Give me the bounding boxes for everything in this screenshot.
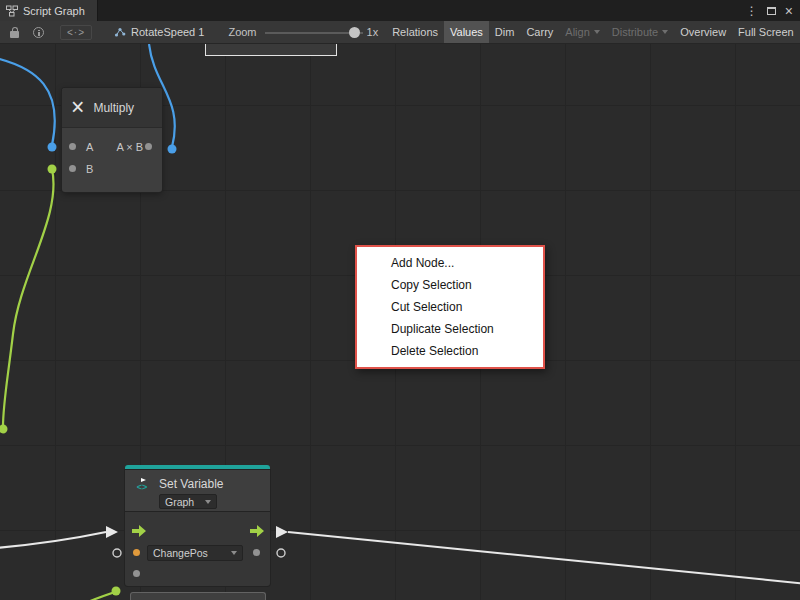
node-title: Set Variable (159, 477, 223, 491)
value-output-port[interactable] (253, 549, 260, 556)
wire-endpoint-blue[interactable] (48, 143, 57, 152)
dim-button[interactable]: Dim (489, 21, 521, 44)
value-port-ring-left[interactable] (113, 549, 121, 557)
zoom-slider[interactable] (265, 21, 363, 44)
chevron-down-icon (662, 30, 668, 34)
zoom-slider-track[interactable] (265, 32, 363, 34)
chevron-down-icon (205, 500, 211, 504)
title-bar: Script Graph ⋮ × (0, 0, 800, 21)
variable-name-dropdown[interactable]: ChangePos (147, 545, 243, 561)
node-set-variable-body: ChangePos (125, 512, 270, 586)
maximize-icon[interactable] (767, 7, 776, 15)
chevron-down-icon (594, 30, 600, 34)
zoom-value: 1x (367, 26, 379, 38)
multiply-icon: × (71, 96, 84, 119)
carry-button[interactable]: Carry (520, 21, 559, 44)
distribute-button[interactable]: Distribute (606, 21, 674, 44)
node-multiply[interactable]: × Multiply A A × B B (62, 88, 162, 192)
variable-scope-dropdown[interactable]: Graph (159, 494, 217, 509)
graph-canvas[interactable]: × Multiply A A × B B <> Set Variable Gra… (0, 44, 800, 600)
menu-item-cut-selection[interactable]: Cut Selection (357, 296, 543, 318)
wire-endpoint-blue[interactable] (168, 145, 177, 154)
wire-green-left[interactable] (3, 169, 54, 427)
wire-white-left[interactable] (0, 532, 106, 548)
wire-green-bottom[interactable] (88, 592, 115, 600)
flow-arrowhead-right[interactable] (276, 526, 288, 538)
overview-button[interactable]: Overview (674, 21, 732, 44)
node-title: Multiply (93, 101, 134, 115)
wire-white-right[interactable] (288, 532, 800, 584)
menu-item-copy-selection[interactable]: Copy Selection (357, 274, 543, 296)
node-set-variable-header[interactable]: <> Set Variable Graph (125, 470, 270, 512)
context-menu: Add Node... Copy Selection Cut Selection… (355, 245, 545, 369)
fullscreen-button[interactable]: Full Screen (732, 21, 800, 44)
extra-input-port[interactable] (133, 570, 140, 577)
chevron-down-icon (231, 551, 237, 555)
window-controls: ⋮ × (746, 4, 800, 18)
port-label-a: A (86, 141, 93, 153)
node-multiply-header[interactable]: × Multiply (62, 88, 162, 128)
breadcrumb[interactable]: RotateSpeed 1 (114, 26, 204, 38)
window-menu-icon[interactable]: ⋮ (746, 4, 758, 18)
relations-button[interactable]: Relations (386, 21, 444, 44)
menu-item-delete-selection[interactable]: Delete Selection (357, 340, 543, 362)
output-port-result[interactable] (145, 143, 152, 150)
zoom-slider-knob[interactable] (349, 27, 360, 38)
wire-endpoint-green[interactable] (0, 425, 8, 434)
code-icon[interactable]: <·> (60, 25, 92, 40)
value-port-ring-right[interactable] (277, 549, 285, 557)
align-button[interactable]: Align (559, 21, 605, 44)
node-footer-field[interactable] (130, 592, 266, 600)
close-icon[interactable]: × (785, 4, 793, 18)
input-port-a[interactable] (69, 143, 76, 150)
node-set-variable[interactable]: <> Set Variable Graph ChangePos (125, 465, 270, 600)
tab-title: Script Graph (23, 5, 85, 17)
menu-item-duplicate-selection[interactable]: Duplicate Selection (357, 318, 543, 340)
wire-endpoint-green[interactable] (112, 587, 121, 596)
tab-script-graph[interactable]: Script Graph (0, 0, 98, 21)
info-icon[interactable] (33, 27, 44, 38)
values-button[interactable]: Values (444, 21, 489, 44)
flow-arrowhead-left[interactable] (106, 526, 118, 538)
wire-endpoint-green[interactable] (48, 165, 57, 174)
set-variable-icon: <> (133, 476, 151, 494)
zoom-label: Zoom (228, 26, 256, 38)
flow-input-arrow-icon[interactable] (132, 525, 146, 537)
port-label-b: B (86, 163, 93, 175)
breadcrumb-label: RotateSpeed 1 (131, 26, 204, 38)
unity-script-graph-window: { "window": { "tab_title": "Script Graph… (0, 0, 800, 600)
graph-asset-icon (114, 26, 126, 38)
flow-output-arrow-icon[interactable] (250, 525, 264, 537)
script-graph-icon (6, 5, 18, 17)
wire-blue-left[interactable] (0, 58, 55, 145)
input-port-b[interactable] (69, 165, 76, 172)
graph-toolbar: <·> RotateSpeed 1 Zoom 1x Relations Valu… (0, 21, 800, 44)
lock-icon[interactable] (10, 31, 19, 38)
menu-item-add-node[interactable]: Add Node... (357, 252, 543, 274)
port-label-result: A × B (116, 141, 143, 153)
value-input-port[interactable] (133, 549, 140, 556)
